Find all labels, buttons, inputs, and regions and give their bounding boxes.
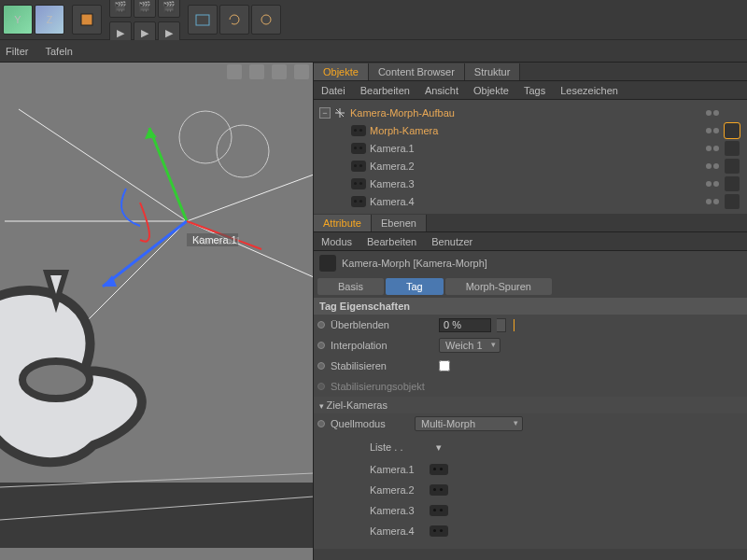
- liste-label: Liste . .: [370, 441, 402, 454]
- vp-icon-3[interactable]: [272, 64, 287, 79]
- tree-label-morph[interactable]: Morph-Kamera: [370, 125, 438, 136]
- vp-icon-4[interactable]: [294, 64, 309, 79]
- tree-collapse-icon[interactable]: −: [319, 107, 331, 119]
- subtab-morph-spuren[interactable]: Morph-Spuren: [445, 278, 552, 295]
- tag-icon[interactable]: [725, 194, 740, 209]
- menu-tags[interactable]: Tags: [524, 85, 545, 96]
- prop-quellmodus: Quellmodus Multi-Morph: [314, 413, 747, 434]
- tool-button[interactable]: [251, 5, 281, 35]
- interpolation-dropdown[interactable]: Weich 1: [439, 338, 500, 353]
- list-item[interactable]: Kamera.4: [370, 521, 747, 541]
- box-button[interactable]: [188, 5, 218, 35]
- list-item[interactable]: Kamera.3: [370, 500, 747, 521]
- anim-dot[interactable]: [317, 342, 325, 349]
- menu-modus[interactable]: Modus: [321, 236, 352, 247]
- tree-row-kamera1[interactable]: Kamera.1: [314, 139, 747, 157]
- morph-tag-icon: [319, 255, 336, 272]
- chevron-down-icon[interactable]: ▾: [436, 441, 442, 454]
- attribute-panel-menu: Modus Bearbeiten Benutzer: [314, 232, 747, 251]
- list-item[interactable]: Kamera.1: [370, 459, 747, 480]
- quellmodus-dropdown[interactable]: Multi-Morph: [415, 416, 523, 431]
- prop-interpolation: Interpolation Weich 1: [314, 335, 747, 356]
- menu-ansicht[interactable]: Ansicht: [425, 85, 458, 96]
- camera-list: Liste . . ▾ Kamera.1 Kamera.2 Kamera.3 K…: [314, 434, 747, 549]
- subtab-basis[interactable]: Basis: [317, 278, 384, 295]
- stabilisieren-checkbox[interactable]: [439, 360, 450, 371]
- tree-row-kamera3[interactable]: Kamera.3: [314, 175, 747, 192]
- refresh-button[interactable]: [219, 5, 249, 35]
- clapper-1-icon[interactable]: 🎬: [109, 0, 132, 18]
- main-toolbar: Y Z 🎬 🎬 🎬 ▶ ▶ ▶: [0, 0, 747, 40]
- camera-icon: [430, 525, 448, 537]
- null-icon: [333, 106, 346, 119]
- axis-y-button[interactable]: Y: [3, 5, 33, 35]
- camera-icon: [430, 484, 448, 496]
- tree-row-root[interactable]: − Kamera-Morph-Aufbau: [314, 104, 747, 121]
- object-tree: − Kamera-Morph-Aufbau Morph-Kamera Kamer…: [314, 100, 747, 214]
- object-panel-menu: Datei Bearbeiten Ansicht Objekte Tags Le…: [314, 81, 747, 100]
- anim-dot: [317, 383, 325, 390]
- svg-rect-1: [196, 15, 209, 25]
- axis-z-button[interactable]: Z: [35, 5, 64, 35]
- tag-properties: Tag Eigenschaften Überblenden Interpolat…: [314, 298, 747, 549]
- tag-icon[interactable]: [725, 176, 740, 191]
- tab-objekte[interactable]: Objekte: [314, 63, 369, 80]
- clapper-2-icon[interactable]: 🎬: [134, 0, 156, 18]
- tree-label-root[interactable]: Kamera-Morph-Aufbau: [350, 107, 455, 119]
- menu-bearbeiten[interactable]: Bearbeiten: [360, 85, 410, 96]
- sub-toolbar: Filter Tafeln: [0, 40, 747, 63]
- tag-icon-selected[interactable]: [725, 123, 740, 138]
- prop-stabilisieren: Stabilisieren: [314, 356, 747, 376]
- camera-icon: [430, 505, 448, 516]
- svg-rect-0: [81, 14, 92, 25]
- list-item[interactable]: Kamera.2: [370, 480, 747, 500]
- viewport-3d[interactable]: Kamera.1 Kamera.1: [0, 63, 314, 560]
- text-cursor: [514, 319, 514, 331]
- tab-struktur[interactable]: Struktur: [465, 63, 521, 80]
- tab-attribute[interactable]: Attribute: [314, 215, 372, 231]
- clapper-3-icon[interactable]: 🎬: [158, 0, 180, 18]
- camera-icon: [351, 178, 366, 189]
- tafeln-menu[interactable]: Tafeln: [45, 46, 72, 57]
- ziel-kameras-header[interactable]: Ziel-Kameras: [314, 397, 747, 413]
- camera-icon: [351, 196, 366, 207]
- menu-datei[interactable]: Datei: [321, 85, 345, 96]
- camera-icon: [351, 125, 366, 136]
- svg-point-22: [22, 361, 90, 399]
- object-panel-tabs: Objekte Content Browser Struktur: [314, 63, 747, 81]
- tree-row-kamera4[interactable]: Kamera.4: [314, 192, 747, 210]
- anim-dot[interactable]: [317, 362, 325, 370]
- svg-text:Kamera.1: Kamera.1: [192, 234, 237, 245]
- tab-content-browser[interactable]: Content Browser: [369, 63, 465, 80]
- tag-icon[interactable]: [725, 159, 740, 174]
- anim-dot[interactable]: [317, 420, 325, 427]
- tab-ebenen[interactable]: Ebenen: [372, 215, 427, 231]
- prop-stabobj: Stabilisierungsobjekt: [314, 376, 747, 397]
- menu-lesezeichen[interactable]: Lesezeichen: [560, 85, 618, 96]
- svg-point-2: [261, 15, 271, 24]
- attribute-panel-tabs: Attribute Ebenen: [314, 214, 747, 232]
- menu-benutzer[interactable]: Benutzer: [431, 236, 472, 247]
- camera-icon: [430, 464, 448, 475]
- attribute-object-title: Kamera-Morph [Kamera-Morph]: [314, 251, 747, 275]
- filter-menu[interactable]: Filter: [6, 46, 28, 57]
- camera-icon: [351, 161, 366, 172]
- prop-ueberblenden: Überblenden: [314, 315, 747, 335]
- ueberblenden-input[interactable]: [439, 318, 491, 332]
- tag-icon[interactable]: [725, 141, 740, 156]
- vp-icon-1[interactable]: [227, 64, 242, 79]
- tree-row-kamera2[interactable]: Kamera.2: [314, 157, 747, 175]
- svg-rect-4: [0, 483, 314, 548]
- cube-button[interactable]: [72, 5, 102, 35]
- viewport-scene: Kamera.1 Kamera.1: [0, 63, 314, 548]
- spinner-icon[interactable]: [497, 318, 506, 332]
- vp-icon-2[interactable]: [249, 64, 264, 79]
- menu-objekte[interactable]: Objekte: [473, 85, 509, 96]
- anim-dot[interactable]: [317, 321, 325, 329]
- camera-icon: [351, 143, 366, 154]
- menu-bearbeiten2[interactable]: Bearbeiten: [367, 236, 416, 247]
- tag-properties-header: Tag Eigenschaften: [314, 298, 747, 315]
- subtab-tag[interactable]: Tag: [386, 278, 444, 295]
- tree-row-morph-kamera[interactable]: Morph-Kamera: [314, 121, 747, 139]
- attribute-subtabs: Basis Tag Morph-Spuren: [314, 275, 747, 298]
